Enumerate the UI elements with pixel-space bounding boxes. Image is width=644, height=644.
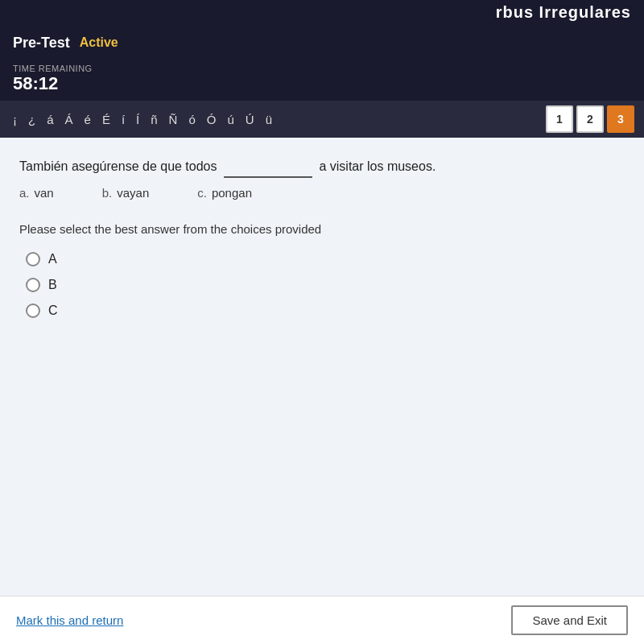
timer-value: 58:12 — [13, 73, 631, 94]
choice-b-letter: b. — [102, 186, 113, 200]
question-nav-btn-3[interactable]: 3 — [607, 105, 634, 133]
question-nav-btn-2[interactable]: 2 — [576, 105, 604, 133]
choice-b-text: vayan — [117, 186, 149, 200]
timer-label: TIME REMAINING — [13, 64, 631, 73]
header-bar: Pre-Test Active — [0, 25, 644, 60]
main-content: También asegúrense de que todos a visita… — [0, 138, 644, 605]
question-text-before: También asegúrense de que todos — [19, 159, 217, 173]
choice-a: a. van — [19, 186, 54, 200]
char-btn-n-tilde[interactable]: ñ — [147, 111, 160, 128]
radio-options: A B C — [26, 252, 625, 318]
char-btn-e-acute[interactable]: é — [81, 111, 94, 128]
bottom-right-actions: Save and Exit — [511, 605, 628, 635]
radio-option-c[interactable]: C — [26, 303, 625, 318]
choice-c: c. pongan — [197, 186, 252, 200]
question-nav-btn-1[interactable]: 1 — [546, 105, 573, 133]
page-title-bar: rbus Irregulares — [0, 0, 644, 25]
answer-choices-row: a. van b. vayan c. pongan — [19, 186, 625, 200]
question-sentence: También asegúrense de que todos a visita… — [19, 157, 625, 178]
choice-b: b. vayan — [102, 186, 150, 200]
char-btn-o-acute[interactable]: ó — [185, 111, 198, 128]
choice-a-text: van — [35, 186, 54, 200]
radio-circle-a[interactable] — [26, 252, 40, 266]
choice-a-letter: a. — [19, 186, 30, 200]
char-btn-O-acute[interactable]: Ó — [204, 111, 220, 128]
mark-return-button[interactable]: Mark this and return — [16, 613, 123, 627]
test-type-label: Pre-Test — [13, 35, 70, 52]
radio-option-a[interactable]: A — [26, 252, 625, 266]
question-text-after: a visitar los museos. — [319, 159, 436, 173]
char-btn-u-acute[interactable]: ú — [224, 111, 237, 128]
choice-c-letter: c. — [197, 186, 207, 200]
radio-circle-c[interactable] — [26, 303, 40, 318]
char-btn-N-tilde[interactable]: Ñ — [166, 111, 181, 128]
radio-option-b[interactable]: B — [26, 278, 625, 292]
char-btn-A-acute[interactable]: Á — [62, 111, 76, 128]
choice-c-text: pongan — [212, 186, 252, 200]
char-btn-i-acute[interactable]: í — [118, 111, 128, 128]
timer-section: TIME REMAINING 58:12 — [0, 60, 644, 101]
char-btn-U-acute[interactable]: Ú — [242, 111, 258, 128]
radio-label-c: C — [48, 303, 58, 318]
char-toolbar: ¡ ¿ á Á é É í Í ñ Ñ ó Ó ú Ú ü 1 2 3 — [0, 101, 644, 138]
radio-label-a: A — [48, 252, 57, 266]
bottom-bar: Mark this and return Save and Exit — [0, 596, 644, 644]
save-exit-button[interactable]: Save and Exit — [511, 605, 628, 635]
status-badge: Active — [80, 35, 118, 50]
char-btn-I-acute[interactable]: Í — [133, 111, 142, 128]
char-btn-u-umlaut[interactable]: ü — [262, 111, 275, 128]
question-nav: 1 2 3 — [546, 105, 634, 133]
char-btn-inverted-exclaim[interactable]: ¡ — [10, 111, 20, 128]
header-title-area: Pre-Test Active — [13, 35, 118, 52]
radio-label-b: B — [48, 278, 57, 292]
radio-circle-b[interactable] — [26, 278, 40, 292]
question-blank — [224, 157, 312, 178]
page-title: rbus Irregulares — [496, 3, 631, 21]
char-btn-inverted-question[interactable]: ¿ — [25, 111, 39, 128]
char-btn-a-acute[interactable]: á — [43, 111, 56, 128]
instructions-text: Please select the best answer from the c… — [19, 222, 625, 236]
char-btn-E-acute[interactable]: É — [99, 111, 114, 128]
